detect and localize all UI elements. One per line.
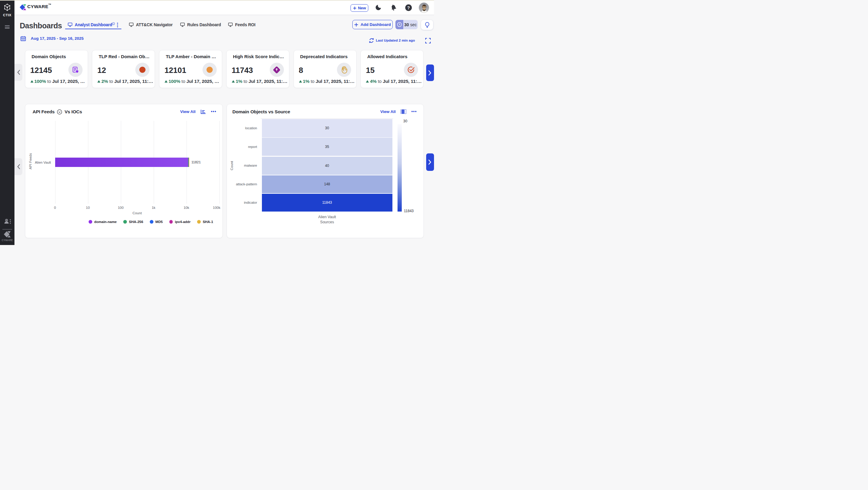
svg-text:?: ? xyxy=(407,5,410,10)
